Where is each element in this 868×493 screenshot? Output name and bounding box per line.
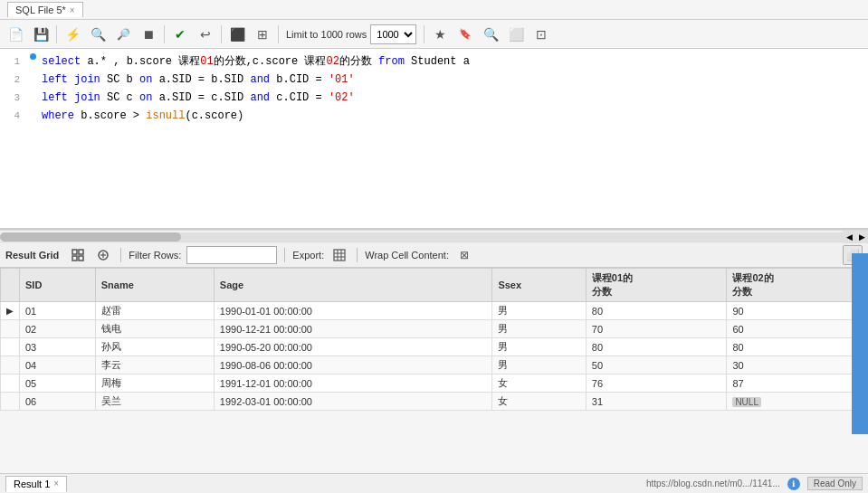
results-panel: Result Grid Filter Rows: Export: Wrap Ce… — [0, 242, 868, 493]
table-cell: 女 — [492, 393, 586, 411]
result1-tab-close[interactable]: × — [53, 479, 59, 488]
table-cell: 赵雷 — [95, 302, 214, 320]
scroll-right-arrow[interactable]: ▶ — [855, 231, 868, 243]
line-number-2: 2 — [0, 71, 27, 88]
toggle-btn[interactable]: ⊞ — [251, 24, 274, 45]
bookmark-btn[interactable]: 🔖 — [453, 24, 477, 45]
table-cell: 钱电 — [95, 320, 214, 338]
table-cell: 30 — [727, 356, 868, 374]
table-row[interactable]: 03孙风1990-05-20 00:00:00男8080 — [1, 338, 868, 356]
table-row[interactable]: 02钱电1990-12-21 00:00:00男7060 — [1, 320, 868, 338]
table-cell: 男 — [492, 338, 586, 356]
result-sep-1 — [120, 248, 121, 262]
table-row[interactable]: 05周梅1991-12-01 00:00:00女7687 — [1, 374, 868, 393]
snap-btn[interactable]: ⬜ — [504, 24, 528, 45]
table-cell: 50 — [586, 356, 727, 374]
col-sname[interactable]: Sname — [95, 269, 214, 302]
table-cell: 02 — [20, 320, 96, 338]
commit-btn[interactable]: ✔ — [168, 24, 192, 45]
table-row[interactable]: 04李云1990-08-06 00:00:00男5030 — [1, 356, 868, 374]
execute2-btn[interactable]: ⬛ — [225, 24, 249, 45]
table-cell: 李云 — [95, 356, 214, 374]
main-layout: SQL File 5* × 📄 💾 ⚡ 🔍 🔎 ⏹ ✔ ↩ ⬛ ⊞ Limit … — [0, 0, 868, 493]
rollback-btn[interactable]: ↩ — [194, 24, 217, 45]
line-content-3: left join SC c on a.SID = c.SID and c.CI… — [38, 90, 868, 106]
result-toolbar: Result Grid Filter Rows: Export: Wrap Ce… — [0, 242, 868, 268]
svg-rect-2 — [72, 256, 77, 261]
line-content-1: select a.* , b.score 课程01的分数,c.score 课程0… — [38, 53, 868, 70]
toolbar-sep-3 — [221, 25, 222, 43]
right-panel — [852, 253, 868, 434]
result-sep-2 — [284, 248, 285, 262]
table-cell: 吴兰 — [95, 393, 214, 411]
table-cell: 80 — [586, 338, 727, 356]
star-btn[interactable]: ★ — [428, 24, 452, 45]
result-grid-label: Result Grid — [5, 250, 59, 261]
sql-line-4: 4 where b.score > isnull(c.score) — [0, 107, 868, 125]
sql-lines: 1 select a.* , b.score 课程01的分数,c.score 课… — [0, 49, 868, 128]
execute-btn[interactable]: ⚡ — [61, 24, 84, 45]
table-cell — [1, 374, 20, 393]
filter-input[interactable] — [186, 246, 277, 264]
table-cell: 76 — [586, 374, 727, 393]
line-dot-1 — [27, 53, 38, 60]
main-toolbar: 📄 💾 ⚡ 🔍 🔎 ⏹ ✔ ↩ ⬛ ⊞ Limit to 1000 rows 1… — [0, 20, 868, 49]
tab-close-icon[interactable]: × — [70, 5, 75, 15]
limit-select[interactable]: 1000 500 2000 — [370, 24, 416, 44]
new-file-btn[interactable]: 📄 — [4, 24, 27, 45]
table-cell: 90 — [727, 302, 868, 320]
limit-row-selector: Limit to 1000 rows 1000 500 2000 — [286, 24, 416, 44]
table-cell: 1990-12-21 00:00:00 — [214, 320, 492, 338]
info-icon: ℹ — [787, 478, 800, 490]
table-cell — [1, 393, 20, 411]
table-cell: 1990-01-01 00:00:00 — [214, 302, 492, 320]
col-score02[interactable]: 课程02的分数 — [727, 269, 868, 302]
explain-btn[interactable]: 🔍 — [86, 24, 110, 45]
sql-line-1: 1 select a.* , b.score 课程01的分数,c.score 课… — [0, 52, 868, 71]
table-cell: NULL — [727, 393, 868, 411]
toolbar-sep-4 — [278, 25, 279, 43]
line-number-1: 1 — [0, 53, 27, 70]
h-scroll-area[interactable]: ◀ ▶ — [0, 230, 868, 242]
table-cell: 1990-08-06 00:00:00 — [214, 356, 492, 374]
scroll-left-arrow[interactable]: ◀ — [843, 231, 855, 243]
sql-line-3: 3 left join SC c on a.SID = c.SID and c.… — [0, 89, 868, 107]
table-cell: 01 — [20, 302, 96, 320]
result-sep-3 — [357, 248, 358, 262]
more-btn[interactable]: ⊡ — [529, 24, 553, 45]
col-score01[interactable]: 课程01的分数 — [586, 269, 727, 302]
svg-rect-3 — [79, 256, 83, 261]
col-sage[interactable]: Sage — [214, 269, 492, 302]
col-indicator — [1, 269, 20, 302]
form-view-btn[interactable] — [93, 245, 113, 265]
sql-file-tab[interactable]: SQL File 5* × — [7, 2, 83, 17]
table-cell: 1992-03-01 00:00:00 — [214, 393, 492, 411]
table-row[interactable]: ▶01赵雷1990-01-01 00:00:00男8090 — [1, 302, 868, 320]
bottom-tabs: Result 1 × https://blog.csdn.net/m0.../1… — [0, 473, 868, 493]
grid-view-btn[interactable] — [68, 245, 88, 265]
title-bar: SQL File 5* × — [0, 0, 868, 20]
table-cell: 31 — [586, 393, 727, 411]
col-ssex[interactable]: Ssex — [492, 269, 586, 302]
col-sid[interactable]: SID — [20, 269, 96, 302]
sql-editor[interactable]: 1 select a.* , b.score 课程01的分数,c.score 课… — [0, 49, 868, 230]
result1-tab[interactable]: Result 1 × — [5, 476, 67, 492]
table-cell: 03 — [20, 338, 96, 356]
toolbar-sep-5 — [424, 25, 424, 43]
table-cell: 女 — [492, 374, 586, 393]
table-cell: 1991-12-01 00:00:00 — [214, 374, 492, 393]
table-row[interactable]: 06吴兰1992-03-01 00:00:00女31NULL — [1, 393, 868, 411]
line-content-4: where b.score > isnull(c.score) — [38, 108, 868, 124]
find-btn[interactable]: 🔎 — [111, 24, 135, 45]
search2-btn[interactable]: 🔍 — [479, 24, 502, 45]
h-scroll-thumb[interactable] — [0, 232, 181, 242]
limit-label: Limit to 1000 rows — [286, 29, 367, 40]
result1-tab-label: Result 1 — [14, 479, 50, 489]
table-cell: 男 — [492, 356, 586, 374]
filter-rows-label: Filter Rows: — [129, 250, 181, 261]
line-number-3: 3 — [0, 90, 27, 106]
wrap-btn[interactable]: ⊠ — [454, 245, 474, 265]
stop-btn[interactable]: ⏹ — [137, 24, 160, 45]
save-btn[interactable]: 💾 — [29, 24, 52, 45]
export-csv-btn[interactable] — [329, 245, 349, 265]
